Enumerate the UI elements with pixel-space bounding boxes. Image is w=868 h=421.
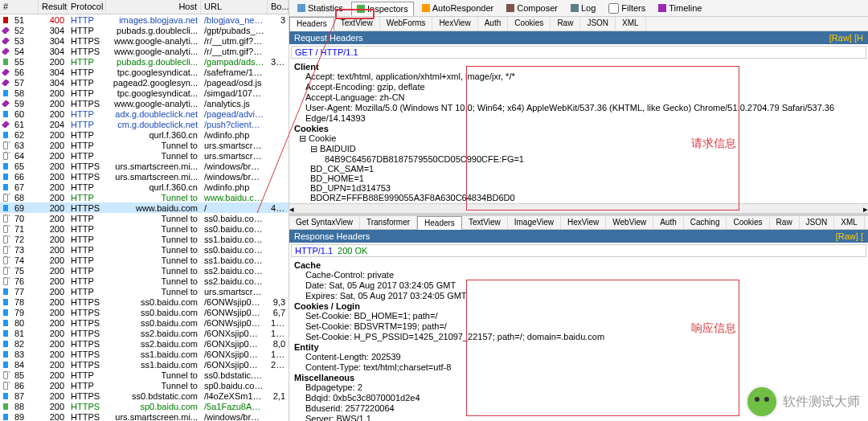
request-header-bar: Request Headers [Raw] [H [289, 31, 868, 44]
subtab-auth[interactable]: Auth [653, 216, 684, 229]
grid-header: # Result Protocol Host URL Bo... [0, 0, 289, 14]
table-row[interactable]: 76200HTTPTunnel toss2.baidu.com:443 [0, 276, 289, 286]
header-cache-control: Cache-Control: private [294, 270, 863, 280]
col-host[interactable]: Host [106, 0, 201, 14]
table-row[interactable]: 63200HTTPTunnel tours.smartscreen.micros… [0, 140, 289, 150]
table-row[interactable]: 65200HTTPSurs.smartscreen.mi.../windows/… [0, 161, 289, 171]
table-row[interactable]: 68200HTTPTunnel towww.baidu.com:443 [0, 192, 289, 202]
subtab-cookies[interactable]: Cookies [508, 17, 551, 30]
table-row[interactable]: 89200HTTPSurs.smartscreen.mi.../windows/… [0, 411, 289, 421]
table-row[interactable]: 52304HTTPpubads.g.doublecli.../gpt/pubad… [0, 25, 289, 35]
table-row[interactable]: 71200HTTPTunnel toss0.baidu.com:443 [0, 223, 289, 234]
table-row[interactable]: 75200HTTPTunnel toss2.baidu.com:443 [0, 265, 289, 276]
table-row[interactable]: 59200HTTPSwww.google-analyti.../analytic… [0, 98, 289, 108]
subtab-json[interactable]: JSON [800, 216, 835, 229]
table-row[interactable]: 70200HTTPTunnel toss0.baidu.com:443 [0, 213, 289, 223]
subtab-xml[interactable]: XML [834, 216, 865, 229]
table-row[interactable]: 56304HTTPtpc.googlesyndicat.../safeframe… [0, 67, 289, 77]
scrollbar[interactable]: ◂ ▸ [289, 203, 868, 213]
table-row[interactable]: 69200HTTPSwww.baidu.com/48,5 [0, 202, 289, 213]
table-row[interactable]: 87200HTTPSss0.bdstatic.com/l4oZeXSm1A5Bp… [0, 390, 289, 401]
col-result[interactable]: Result [39, 0, 68, 14]
request-line: GET / HTTP/1.1 [291, 46, 866, 59]
subtab-caching[interactable]: Caching [684, 216, 727, 229]
subtab-textview[interactable]: TextView [334, 17, 380, 30]
col-num[interactable]: # [0, 0, 39, 14]
subtab-json[interactable]: JSON [580, 17, 616, 30]
tab-composer[interactable]: Composer [502, 2, 563, 14]
table-row[interactable]: 67200HTTPqurl.f.360.cn/wdinfo.php [0, 182, 289, 192]
subtab-webview[interactable]: WebView [606, 216, 653, 229]
request-subtabs: HeadersTextViewWebFormsHexViewAuthCookie… [289, 17, 868, 31]
table-row[interactable]: 51400HTTPimages.blogjava.net/blogjava_ne… [0, 14, 289, 25]
subtab-get-syntaxview[interactable]: Get SyntaxView [289, 216, 360, 229]
table-row[interactable]: 62200HTTPqurl.f.360.cn/wdinfo.php [0, 129, 289, 140]
request-header-title: Request Headers [294, 33, 363, 43]
subtab-transformer[interactable]: Transformer [360, 216, 417, 229]
subtab-textview[interactable]: TextView [462, 216, 508, 229]
header-set-cookie: Set-Cookie: H_PS_PSSID=1425_21097_22157;… [294, 332, 863, 342]
raw-link[interactable]: [Raw] [836, 231, 858, 241]
table-row[interactable]: 83200HTTPSss1.baidu.com/6ONXsjip0QIZ8tyh… [0, 349, 289, 359]
tab-timeline[interactable]: Timeline [653, 2, 706, 14]
subtab-webforms[interactable]: WebForms [380, 17, 433, 30]
table-row[interactable]: 84200HTTPSss1.baidu.com/6ONXsjip0QIZ8tyh… [0, 359, 289, 370]
table-row[interactable]: 72200HTTPTunnel toss1.baidu.com:443 [0, 234, 289, 244]
subtab-auth[interactable]: Auth [478, 17, 509, 30]
grid-body[interactable]: 51400HTTPimages.blogjava.net/blogjava_ne… [0, 14, 289, 421]
subtab-hexview[interactable]: HexView [432, 17, 477, 30]
misc-group: Miscellaneous [294, 373, 354, 382]
table-row[interactable]: 82200HTTPSss2.baidu.com/6ONXsjip0QIZ8tyh… [0, 338, 289, 349]
annotation-request: 请求信息 [691, 137, 736, 151]
cookie-node[interactable]: Cookie [309, 133, 336, 143]
subtab-headers[interactable]: Headers [289, 17, 334, 31]
header-date: Date: Sat, 05 Aug 2017 03:24:05 GMT [294, 280, 863, 291]
table-row[interactable]: 85200HTTPTunnel toss0.bdstatic.com:443 [0, 370, 289, 380]
subtab-raw[interactable]: Raw [770, 216, 800, 229]
tab-statistics[interactable]: Statistics [293, 2, 348, 14]
table-row[interactable]: 55200HTTPpubads.g.doublecli.../gampad/ad… [0, 56, 289, 67]
table-row[interactable]: 66200HTTPSurs.smartscreen.mi.../windows/… [0, 171, 289, 182]
col-url[interactable]: URL [201, 0, 268, 14]
subtab-cookies[interactable]: Cookies [727, 216, 769, 229]
col-protocol[interactable]: Protocol [68, 0, 106, 14]
response-line: HTTP/1.1 200 OK [291, 244, 866, 257]
table-row[interactable]: 58200HTTPtpc.googlesyndicat.../simgad/10… [0, 88, 289, 98]
table-row[interactable]: 64200HTTPTunnel tours.smartscreen.micros… [0, 150, 289, 161]
raw-link[interactable]: [Raw] [829, 33, 852, 43]
header-set-cookie: Set-Cookie: BDSVRTM=199; path=/ [294, 321, 863, 332]
table-row[interactable]: 74200HTTPTunnel toss1.baidu.com:443 [0, 255, 289, 265]
table-row[interactable]: 53304HTTPSwww.google-analyti.../r/__utm.… [0, 35, 289, 46]
subtab-xml[interactable]: XML [616, 17, 646, 30]
table-row[interactable]: 77200HTTPTunnel tours.smartscreen.micros… [0, 286, 289, 296]
col-body[interactable]: Bo... [268, 0, 289, 14]
table-row[interactable]: 86200HTTPTunnel tosp0.baidu.com:443 [0, 380, 289, 390]
subtab-hexview[interactable]: HexView [561, 216, 606, 229]
header-def-link[interactable]: [ [861, 231, 863, 241]
cookie-baiduid[interactable]: BAIDUID [320, 144, 356, 153]
cookie-item: BD_CK_SAM=1 [310, 164, 863, 174]
tab-log[interactable]: Log [566, 2, 600, 14]
tab-inspectors[interactable]: Inspectors [351, 2, 414, 16]
main-tab-bar: StatisticsInspectorsAutoResponderCompose… [289, 0, 868, 17]
table-row[interactable]: 79200HTTPSss0.baidu.com/6ONWsjip0QIZ8tyh… [0, 307, 289, 317]
header-accept: Accept: text/html, application/xhtml+xml… [294, 72, 863, 82]
subtab-raw[interactable]: Raw [551, 17, 580, 30]
table-row[interactable]: 61204HTTPcm.g.doubleclick.net/push?clien… [0, 119, 289, 129]
header-content-length: Content-Length: 202539 [294, 352, 863, 362]
header-def-link[interactable]: [H [854, 33, 863, 43]
table-row[interactable]: 73200HTTPTunnel toss0.baidu.com:443 [0, 244, 289, 255]
table-row[interactable]: 54304HTTPSwww.google-analyti.../r/__utm.… [0, 46, 289, 56]
tab-filters[interactable]: Filters [604, 2, 650, 15]
tab-autoresponder[interactable]: AutoResponder [417, 2, 498, 14]
request-headers[interactable]: Client Accept: text/html, application/xh… [289, 60, 868, 203]
table-row[interactable]: 57304HTTPpagead2.googlesyn.../pagead/osd… [0, 77, 289, 88]
table-row[interactable]: 80200HTTPSss0.baidu.com/6ONWsjip0QIZ8tyh… [0, 317, 289, 328]
table-row[interactable]: 88200HTTPSsp0.baidu.com/5a1Fazu8AA54nxGk… [0, 401, 289, 411]
table-row[interactable]: 78200HTTPSss0.baidu.com/6ONWsjip0QIZ8tyh… [0, 296, 289, 307]
table-row[interactable]: 60200HTTPadx.g.doubleclick.net/pagead/ad… [0, 108, 289, 119]
subtab-imageview[interactable]: ImageView [508, 216, 561, 229]
table-row[interactable]: 81200HTTPSss2.baidu.com/6ONXsjip0QIZ8tyh… [0, 328, 289, 338]
subtab-headers[interactable]: Headers [417, 216, 462, 230]
cookie-item: BDORZ=FFFB88E999055A3F8A630C64834BD6D0 [310, 193, 863, 202]
